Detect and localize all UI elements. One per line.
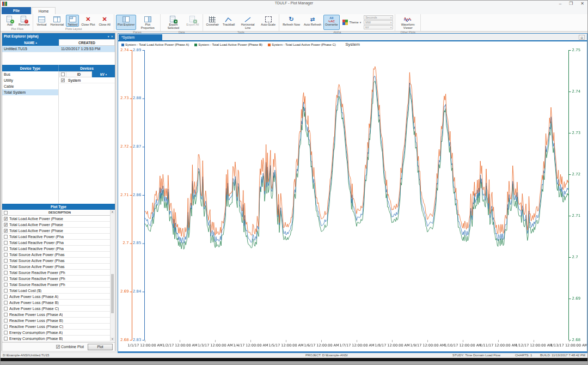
refresh-now-button[interactable]: ↻Refresh Now — [281, 15, 302, 30]
file-row[interactable]: Untitled.TU15 11/20/2017 1:25:53 PM — [2, 46, 115, 52]
tabbed-button[interactable]: Tabbed — [66, 15, 79, 27]
plot-type-row[interactable]: Reactive Power Loss (Phase A) — [2, 312, 110, 318]
plot-type-row[interactable]: Active Power Loss (Phase A) — [2, 294, 110, 300]
plot-type-row[interactable]: ✓Total Load Active Power (Phase — [2, 228, 110, 234]
plot-type-row[interactable]: Reactive Power Loss (Phase B) — [2, 318, 110, 324]
mw-combo-value: MW — [365, 21, 371, 24]
plot-button[interactable]: Plot — [88, 344, 113, 350]
add-button[interactable]: +Add — [3, 15, 16, 27]
plot-type-row[interactable]: Total Load Reactive Power (Pha — [2, 246, 110, 252]
chart-canvas[interactable] — [118, 48, 587, 349]
plot-type-checkbox[interactable] — [4, 313, 8, 317]
plot-type-checkbox[interactable]: ✓ — [4, 229, 8, 233]
scrollbar-thumb[interactable] — [111, 274, 114, 313]
plot-type-row[interactable]: Reactive Power Loss (Phase C) — [2, 324, 110, 330]
tab-home[interactable]: Home — [32, 7, 56, 14]
column-header-name[interactable]: NAME ▴ — [2, 39, 59, 46]
plot-type-row[interactable]: Total Load Cost ($) — [2, 288, 110, 294]
device-type-item-utility[interactable]: Utility — [2, 77, 58, 83]
crosshair-button[interactable]: Crosshair — [205, 15, 221, 30]
close-plot-icon: ✕ — [85, 16, 90, 23]
plot-type-checkbox[interactable] — [4, 337, 8, 340]
select-all-checkbox[interactable] — [59, 71, 66, 77]
plot-type-checkbox[interactable] — [4, 289, 8, 293]
plot-type-checkbox[interactable] — [4, 319, 8, 323]
plot-type-checkbox[interactable] — [4, 295, 8, 299]
remove-button[interactable]: −Remove — [17, 15, 31, 27]
scroll-up-icon[interactable]: ▲ — [111, 210, 114, 214]
pin-icon[interactable]: ▾ — [108, 35, 109, 38]
plot-type-row[interactable]: Total Load Reactive Power (Pha — [2, 240, 110, 246]
plot-type-checkbox[interactable] — [4, 235, 8, 239]
device-type-item-cable[interactable]: Cable — [2, 83, 58, 89]
plot-type-checkbox[interactable] — [4, 331, 8, 334]
plot-type-row[interactable]: Active Power Loss (Phase B) — [2, 300, 110, 306]
plot-type-row[interactable]: ✓Total Load Active Power (Phase — [2, 222, 110, 228]
plot-type-checkbox[interactable] — [4, 241, 8, 245]
horizontal-line-button[interactable]: Horizontal Line — [237, 15, 259, 30]
combine-plot-option[interactable]: ✓ Combine Plot — [56, 345, 84, 349]
export-selected-button[interactable]: xExport Selected — [162, 15, 184, 30]
column-header-description[interactable]: DESCRIPTION — [9, 211, 110, 214]
close-icon[interactable]: ✕ — [580, 1, 584, 7]
plot-type-row[interactable]: Total Source Active Power (Phas — [2, 264, 110, 270]
combine-plot-checkbox[interactable]: ✓ — [56, 345, 60, 349]
plot-type-checkbox[interactable] — [4, 283, 8, 287]
plot-type-row[interactable]: ✓Total Load Active Power (Phase — [2, 216, 110, 222]
device-checkbox[interactable]: ✓ — [61, 78, 65, 82]
close-all-button[interactable]: ✕Close All — [97, 15, 112, 27]
device-row[interactable]: ✓ System — [59, 77, 115, 83]
close-plot-button[interactable]: ✕Close Plot — [79, 15, 96, 27]
auto-scale-button[interactable]: Auto-Scale — [259, 15, 277, 30]
plot-type-checkbox[interactable] — [4, 277, 8, 281]
trackball-button[interactable]: Trackball — [221, 15, 236, 30]
plot-type-row[interactable]: Total Load Reactive Power (Pha — [2, 234, 110, 240]
plot-type-row[interactable]: Total Source Active Power (Phas — [2, 252, 110, 258]
plot-type-label: Total Source Reactive Power (Ph — [9, 283, 65, 287]
plot-type-checkbox[interactable] — [4, 307, 8, 311]
waveform-viewer-button[interactable]: Waveform Viewer — [397, 15, 419, 30]
close-panel-icon[interactable]: ✕ — [111, 35, 113, 38]
plot-type-checkbox[interactable] — [4, 271, 8, 275]
device-type-item-bus[interactable]: Bus — [2, 71, 58, 77]
plot-type-checkbox[interactable] — [4, 265, 8, 269]
plot-type-row[interactable]: Active Power Loss (Phase C) — [2, 306, 110, 312]
plot-type-row[interactable]: Energy Consumption (Phase A) — [2, 330, 110, 336]
select-all-plot-types-checkbox[interactable] — [4, 211, 8, 215]
plot-type-checkbox[interactable]: ✓ — [4, 223, 8, 227]
device-type-item-total-system[interactable]: Total System — [2, 89, 58, 95]
chart-tab-system[interactable]: *System — [119, 34, 162, 40]
plot-type-checkbox[interactable] — [4, 301, 8, 305]
plot-type-row[interactable]: Total Source Reactive Power (Ph — [2, 270, 110, 276]
plot-type-scrollbar[interactable]: ▲ ▼ — [110, 210, 114, 342]
vertical-button[interactable]: Vertical — [35, 15, 48, 27]
maximize-icon[interactable]: ❐ — [569, 1, 573, 7]
plot-type-row[interactable]: Total Source Reactive Power (Ph — [2, 276, 110, 282]
horizontal-button[interactable]: Horizontal — [49, 15, 66, 27]
plot-type-row[interactable]: Total Source Reactive Power (Ph — [2, 282, 110, 288]
plot-type-checkbox[interactable] — [4, 259, 8, 263]
plot-type-row[interactable]: Total Source Active Power (Phas — [2, 258, 110, 264]
plot-type-row[interactable]: Energy Consumption (Phase B) — [2, 336, 110, 342]
tab-file[interactable]: File — [2, 7, 31, 14]
plot-properties-button[interactable]: Plot Properties — [137, 15, 158, 30]
legend-swatch-icon — [121, 44, 124, 46]
column-header-id[interactable]: ID — [66, 71, 92, 77]
plot-type-checkbox[interactable] — [4, 253, 8, 257]
plot-explorer-button[interactable]: Plot Explorer — [116, 15, 137, 30]
theme-button[interactable]: Theme▾ — [340, 17, 364, 28]
column-header-kv[interactable]: kV ▴ — [92, 71, 115, 77]
auto-refresh-button[interactable]: ⇄Auto Refresh — [302, 15, 323, 30]
plot-type-column-header: DESCRIPTION — [2, 210, 110, 216]
overwrite-button[interactable]: All∿ACOverwrite — [323, 15, 340, 30]
desktop-strip — [1, 361, 587, 365]
scroll-down-icon[interactable]: ▼ — [111, 337, 114, 342]
unit-combos: Seconds▾MW▾kV▾ — [364, 15, 393, 30]
tab-list-button[interactable]: ▤ — [579, 35, 585, 40]
plot-type-checkbox[interactable]: ✓ — [4, 217, 8, 221]
column-header-created[interactable]: CREATED — [59, 39, 115, 46]
minimize-icon[interactable]: – — [559, 1, 561, 7]
plot-type-checkbox[interactable] — [4, 247, 8, 251]
plot-type-checkbox[interactable] — [4, 325, 8, 328]
plot-type-label: Total Load Active Power (Phase — [9, 223, 63, 227]
